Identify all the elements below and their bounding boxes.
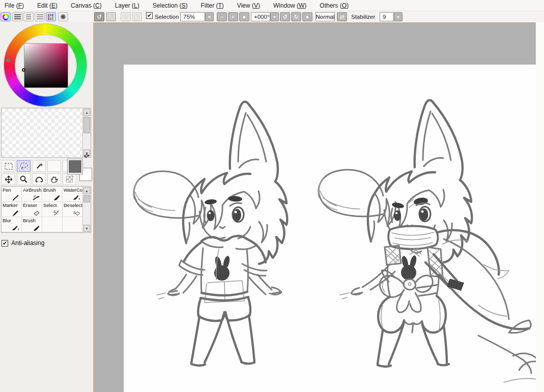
minus-icon: − xyxy=(220,14,223,20)
zoom-out-button[interactable]: − xyxy=(217,12,227,21)
selection-clear-icon: ◯ xyxy=(134,14,140,20)
menu-edit[interactable]: Edit (E) xyxy=(37,2,58,9)
magnifier-icon xyxy=(20,175,27,183)
check-icon: ✔ xyxy=(147,13,152,18)
stabilizer-label: Stabilizer xyxy=(351,12,375,21)
scroll-down-icon[interactable]: ▼ xyxy=(83,225,90,232)
rotate-ccw-button[interactable]: ↺ xyxy=(280,12,290,21)
tool-empty[interactable] xyxy=(63,217,83,232)
toolbar: ↺ ↻ ◇ ◯ ✔ Selection 75% ▼ − + ■ +000° ▼ … xyxy=(0,11,544,22)
menu-layer[interactable]: Layer (L) xyxy=(115,2,139,9)
undo-icon: ↺ xyxy=(97,14,101,20)
toolgrid-scrollbar[interactable]: ▲ ▼ xyxy=(82,187,91,232)
svg-text:S: S xyxy=(53,210,56,214)
scrollbar-thumb[interactable] xyxy=(83,195,90,202)
scroll-up-icon[interactable]: ▲ xyxy=(83,187,90,194)
hand-icon xyxy=(50,175,58,183)
tool-pen[interactable]: Pen xyxy=(2,187,22,202)
painttool-sai-window: File (F) Edit (E) Canvas (C) Layer (L) S… xyxy=(0,0,544,392)
menu-canvas[interactable]: Canvas (C) xyxy=(71,2,102,9)
dropdown-arrow-icon: ▼ xyxy=(396,15,400,19)
zoom-dropdown-button[interactable]: ▼ xyxy=(205,12,214,21)
zoom-tool[interactable] xyxy=(17,173,31,185)
move-tool[interactable] xyxy=(2,173,15,185)
tool-marker[interactable]: Marker xyxy=(2,202,22,217)
stabilizer-dropdown-button[interactable]: ▼ xyxy=(394,12,403,21)
rotation-reset-button[interactable]: ■ xyxy=(302,12,312,21)
rotate-canvas-tool[interactable] xyxy=(32,173,46,185)
rotate-cw-icon: ↻ xyxy=(294,14,298,20)
magic-wand-icon xyxy=(35,162,43,170)
canvas-paper[interactable] xyxy=(124,65,536,392)
hand-tool[interactable] xyxy=(47,173,61,185)
scratchpad-panel-button[interactable] xyxy=(58,12,68,21)
rgb-slider-panel-button[interactable] xyxy=(12,12,22,21)
transparency-swatch[interactable] xyxy=(66,176,73,183)
rotation-angle-field[interactable]: +000° xyxy=(251,12,270,21)
lasso-icon xyxy=(19,162,28,170)
tool-watercolor[interactable]: WaterCo xyxy=(63,187,83,202)
selection-clear-button[interactable]: ◯ xyxy=(132,12,142,21)
menu-view[interactable]: View (V) xyxy=(237,2,260,9)
dropdown-arrow-icon: ▼ xyxy=(273,15,276,19)
rect-select-tool[interactable] xyxy=(2,160,15,172)
tool-select-pen[interactable]: Select S xyxy=(42,202,63,217)
tool-eraser[interactable]: Eraser xyxy=(22,202,42,217)
zoom-in-button[interactable]: + xyxy=(228,12,238,21)
color-mixer-panel-button[interactable] xyxy=(35,12,45,21)
tool-deselect-eraser[interactable]: Deselect S xyxy=(63,202,83,217)
zoom-reset-button[interactable]: ■ xyxy=(239,12,249,21)
color-wheel-icon xyxy=(3,14,9,20)
reset-square-icon: ■ xyxy=(243,15,246,19)
redo-button[interactable]: ↻ xyxy=(106,12,116,21)
plus-icon: + xyxy=(232,14,235,20)
tool-airbrush[interactable]: AirBrush xyxy=(22,187,42,202)
scroll-up-icon[interactable]: ▲ xyxy=(83,109,90,116)
scrollbar-thumb[interactable] xyxy=(83,117,90,133)
menu-window[interactable]: Window (W) xyxy=(273,2,306,9)
flip-view-button[interactable]: ⇄ xyxy=(337,12,347,21)
menu-others[interactable]: Others (O) xyxy=(320,2,349,9)
undo-button[interactable]: ↺ xyxy=(94,12,104,21)
tool-blur[interactable]: Blur xyxy=(2,217,22,232)
scratchpad-scrollbar[interactable]: ▲ ▼ xyxy=(82,108,91,157)
selection-invert-button[interactable]: ◇ xyxy=(121,12,131,21)
canvas-sketch[interactable] xyxy=(94,22,536,392)
check-icon: ✔ xyxy=(3,240,7,246)
swatches-panel-button[interactable] xyxy=(46,12,56,21)
hsv-slider-panel-button[interactable] xyxy=(23,12,34,21)
scratchpad-blob-icon xyxy=(60,14,66,19)
color-scratchpad[interactable]: ▲ ▼ xyxy=(1,108,91,158)
sv-selector[interactable] xyxy=(22,68,25,72)
tool-brush2[interactable]: Brush xyxy=(22,217,42,232)
blend-mode-button[interactable]: Normal xyxy=(316,12,335,21)
primary-color-swatch[interactable] xyxy=(67,159,83,174)
viewport-right-scrollbar[interactable] xyxy=(536,23,544,392)
rotate-cw-button[interactable]: ↻ xyxy=(291,12,301,21)
rotate-omega-icon xyxy=(35,176,43,183)
lasso-tool[interactable] xyxy=(17,160,31,172)
menu-file[interactable]: File (F) xyxy=(5,2,24,9)
angle-dropdown-button[interactable]: ▼ xyxy=(270,12,279,21)
brush-tool-grid: Pen AirBrush Brush WaterCo Marker Eraser… xyxy=(1,186,91,233)
magic-wand-tool[interactable] xyxy=(32,160,46,172)
color-wheel-panel-button[interactable] xyxy=(1,12,11,21)
stabilizer-value-field[interactable]: 9 xyxy=(380,12,394,21)
selection-checkbox[interactable]: ✔ xyxy=(146,12,153,19)
svg-text:S: S xyxy=(73,211,76,215)
zoom-value-field[interactable]: 75% xyxy=(180,12,205,21)
menu-filter[interactable]: Filter (T) xyxy=(201,2,224,9)
antialias-label: Anti-aliasing xyxy=(11,239,44,247)
antialias-checkbox[interactable]: ✔ xyxy=(2,240,8,247)
selection-tools-row xyxy=(2,160,76,172)
tool-brush[interactable]: Brush xyxy=(42,187,63,202)
hsv-bars-icon xyxy=(26,14,31,20)
saturation-value-square[interactable] xyxy=(24,43,68,88)
mixer-bars-icon xyxy=(37,14,43,20)
selection-checkbox-label: Selection xyxy=(155,12,179,21)
hue-ring-selector[interactable] xyxy=(7,58,10,62)
move-arrows-icon xyxy=(5,175,13,184)
empty-tool-slot[interactable] xyxy=(47,160,61,172)
tool-empty[interactable] xyxy=(42,217,63,232)
menu-selection[interactable]: Selection (S) xyxy=(153,2,188,9)
